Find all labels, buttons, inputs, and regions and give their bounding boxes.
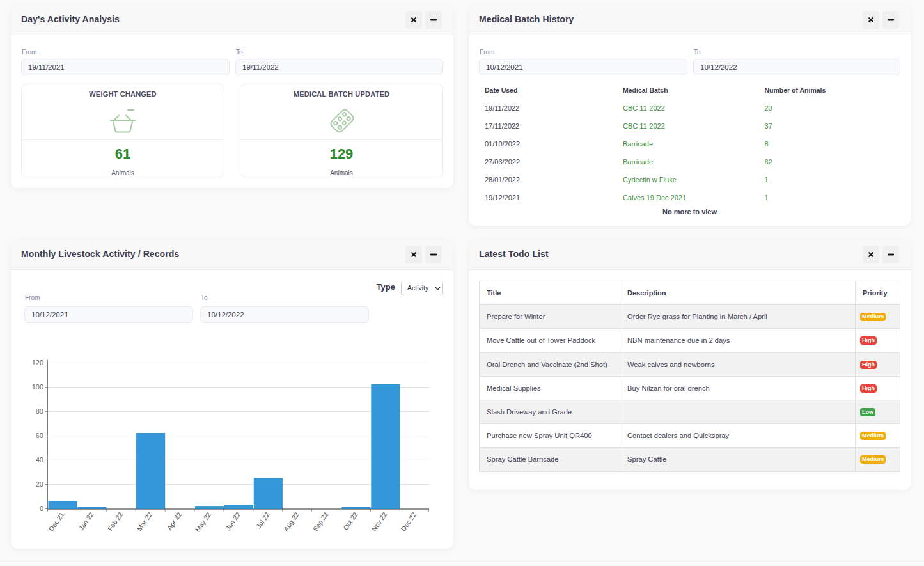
- svg-text:Nov 22: Nov 22: [370, 510, 389, 532]
- svg-text:80: 80: [36, 407, 43, 415]
- svg-text:Jun 22: Jun 22: [224, 510, 242, 531]
- svg-text:40: 40: [36, 456, 43, 464]
- svg-text:Jan 22: Jan 22: [77, 510, 95, 531]
- svg-text:Jul 22: Jul 22: [254, 510, 271, 530]
- svg-text:100: 100: [32, 383, 43, 391]
- svg-text:Dec 22: Dec 22: [399, 510, 418, 532]
- svg-text:0: 0: [40, 505, 43, 512]
- svg-text:Mar 22: Mar 22: [136, 510, 154, 532]
- svg-text:Sep 22: Sep 22: [311, 510, 330, 532]
- svg-text:120: 120: [32, 359, 43, 366]
- svg-text:Oct 22: Oct 22: [341, 510, 359, 531]
- svg-text:20: 20: [36, 480, 43, 488]
- svg-text:Aug 22: Aug 22: [282, 510, 301, 532]
- svg-text:Dec 21: Dec 21: [47, 510, 66, 532]
- svg-text:Apr 22: Apr 22: [166, 510, 184, 531]
- svg-text:60: 60: [36, 432, 43, 439]
- svg-text:Feb 22: Feb 22: [106, 510, 125, 532]
- svg-text:May 22: May 22: [193, 510, 212, 533]
